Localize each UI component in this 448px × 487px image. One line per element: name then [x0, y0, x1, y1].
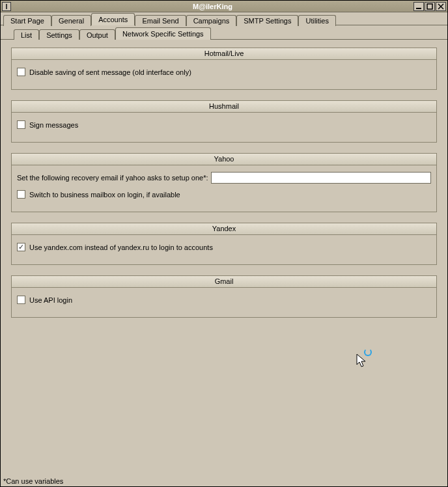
checkbox-label: Use API login	[29, 296, 72, 304]
subtab-list[interactable]: List	[14, 29, 39, 40]
checkbox-label: Switch to business mailbox on login, if …	[29, 191, 180, 199]
group-title: Gmail	[12, 276, 436, 288]
tab-accounts[interactable]: Accounts	[91, 13, 135, 25]
checkbox-label: Use yandex.com instead of yandex.ru to l…	[29, 244, 213, 251]
checkbox-disable-saving[interactable]	[17, 68, 25, 76]
group-hushmail: Hushmail Sign messages	[11, 100, 437, 143]
subtab-output[interactable]: Output	[79, 29, 115, 40]
app-icon	[1, 2, 12, 11]
titlebar: M@ilerKing	[1, 1, 447, 12]
tab-smtp-settings[interactable]: SMTP Settings	[236, 15, 298, 26]
tab-label: Utilities	[305, 17, 328, 25]
tab-label: Settings	[46, 31, 72, 39]
tab-campaigns[interactable]: Campaigns	[186, 15, 237, 26]
recovery-email-input[interactable]	[211, 172, 432, 184]
checkbox-use-api-login[interactable]	[17, 296, 25, 304]
sub-tabbar: List Settings Output Network Specific Se…	[1, 25, 447, 40]
app-window: M@ilerKing Start Page General Accounts E…	[0, 0, 448, 487]
minimize-button[interactable]	[413, 2, 424, 11]
group-yahoo: Yahoo Set the following recovery email i…	[11, 153, 437, 212]
window-controls	[413, 2, 447, 11]
tab-label: Campaigns	[193, 17, 230, 25]
window-title: M@ilerKing	[12, 3, 413, 10]
group-title: Hushmail	[12, 101, 436, 113]
tab-general[interactable]: General	[51, 15, 91, 26]
tab-label: Network Specific Settings	[122, 30, 204, 38]
tab-start-page[interactable]: Start Page	[3, 15, 51, 26]
group-yandex: Yandex Use yandex.com instead of yandex.…	[11, 223, 437, 265]
tab-utilities[interactable]: Utilities	[298, 15, 335, 26]
footer-note: *Can use variables	[3, 477, 63, 485]
subtab-settings[interactable]: Settings	[39, 29, 79, 40]
tab-label: Output	[87, 31, 108, 39]
tab-email-send[interactable]: Email Send	[135, 15, 186, 26]
subtab-network-specific-settings[interactable]: Network Specific Settings	[115, 27, 211, 40]
tab-label: Accounts	[98, 16, 128, 23]
group-gmail: Gmail Use API login	[11, 275, 437, 318]
recovery-email-label: Set the following recovery email if yaho…	[17, 174, 208, 182]
checkbox-label: Disable saving of sent message (old inte…	[29, 68, 191, 76]
content-area: Hotmail/Live Disable saving of sent mess…	[1, 40, 447, 486]
svg-rect-1	[427, 4, 432, 9]
tab-label: SMTP Settings	[244, 17, 291, 25]
tab-label: List	[21, 31, 32, 39]
checkbox-label: Sign messages	[29, 121, 78, 129]
group-title: Hotmail/Live	[12, 48, 436, 60]
tab-label: Start Page	[10, 17, 44, 25]
main-tabbar: Start Page General Accounts Email Send C…	[1, 12, 447, 25]
checkbox-sign-messages[interactable]	[17, 120, 25, 129]
group-hotmail: Hotmail/Live Disable saving of sent mess…	[11, 48, 437, 90]
checkbox-switch-business[interactable]	[17, 190, 25, 199]
tab-label: Email Send	[142, 17, 178, 25]
checkbox-yandex-com[interactable]	[17, 243, 25, 251]
maximize-button[interactable]	[425, 2, 435, 11]
group-title: Yandex	[12, 223, 436, 235]
tab-label: General	[59, 17, 84, 25]
group-title: Yahoo	[12, 154, 436, 165]
close-button[interactable]	[436, 2, 446, 11]
